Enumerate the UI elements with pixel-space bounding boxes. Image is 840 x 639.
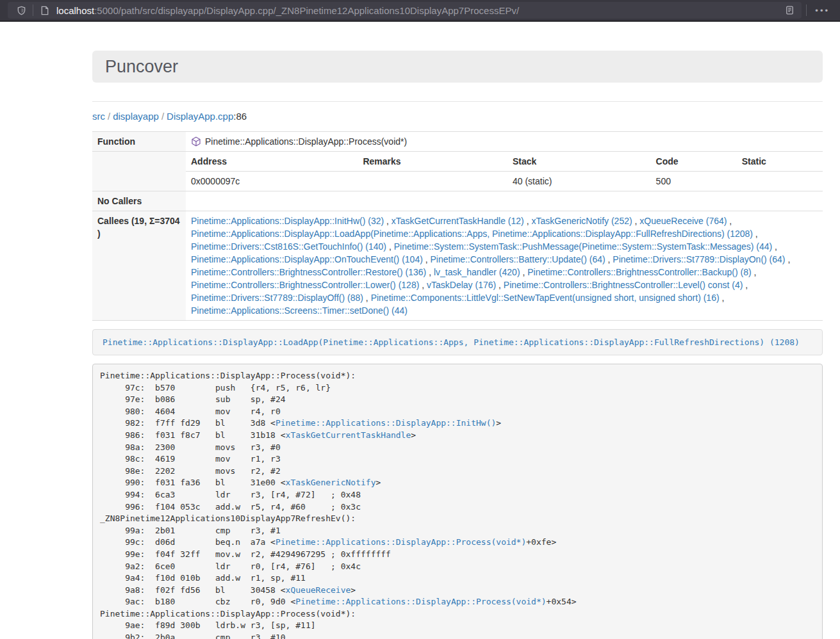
function-row: Function Pinetime::Applications::Display… bbox=[92, 132, 823, 152]
callee-separator: , bbox=[727, 216, 732, 226]
highlighted-callee-panel: Pinetime::Applications::DisplayApp::Load… bbox=[92, 329, 823, 355]
callee-link[interactable]: Pinetime::Components::LittleVgl::SetNewT… bbox=[371, 293, 720, 303]
callee-link[interactable]: Pinetime::Controllers::Battery::Update()… bbox=[431, 254, 605, 264]
code-line: 99e: f04f 32ff mov.w r2, #4294967295 ; 0… bbox=[100, 549, 815, 561]
column-stack: Stack bbox=[507, 152, 651, 172]
symbol-link[interactable]: Pinetime::Applications::DisplayApp::Proc… bbox=[295, 597, 546, 606]
code-line: 9ac: b180 cbz r0, 9d0 <Pinetime::Applica… bbox=[100, 596, 815, 608]
url-host: localhost bbox=[56, 5, 94, 16]
function-table: Function Pinetime::Applications::Display… bbox=[92, 131, 823, 321]
stats-table: Address Remarks Stack Code Static 0x0000… bbox=[186, 152, 823, 191]
code-line: 97c: b570 push {r4, r5, r6, lr} bbox=[100, 382, 815, 394]
breadcrumb-displayapp[interactable]: displayapp bbox=[113, 111, 159, 122]
code-line: 98a: 2300 movs r3, #0 bbox=[100, 442, 815, 454]
url-bar[interactable]: localhost:5000/path/src/displayapp/Displ… bbox=[8, 2, 802, 19]
column-remarks: Remarks bbox=[358, 152, 507, 172]
code-size-value: 500 bbox=[651, 172, 737, 191]
callee-link[interactable]: xQueueReceive (764) bbox=[639, 216, 727, 226]
more-options-icon[interactable]: ••• bbox=[811, 6, 834, 15]
callee-link[interactable]: xTaskGenericNotify (252) bbox=[531, 216, 632, 226]
breadcrumb-file[interactable]: DisplayApp.cpp bbox=[167, 111, 233, 122]
callee-link[interactable]: Pinetime::Applications::DisplayApp::Load… bbox=[191, 229, 753, 239]
code-line: 9b2: 2b0a cmp r3, #10 bbox=[100, 632, 815, 639]
breadcrumb-separator: / bbox=[159, 111, 167, 122]
browser-toolbar: localhost:5000/path/src/displayapp/Displ… bbox=[0, 0, 840, 22]
symbol-link[interactable]: xTaskGenericNotify bbox=[286, 478, 376, 487]
callees-row: Callees (19, Σ=3704 ) Pinetime::Applicat… bbox=[92, 211, 823, 321]
code-line: 986: f031 f8c7 bl 31b18 <xTaskGetCurrent… bbox=[100, 430, 815, 442]
code-line: 99a: 2b01 cmp r3, #1 bbox=[100, 525, 815, 537]
callee-link[interactable]: Pinetime::Controllers::BrightnessControl… bbox=[504, 280, 743, 290]
callee-separator: , bbox=[743, 280, 748, 290]
breadcrumb-src[interactable]: src bbox=[92, 111, 105, 122]
assembly-code: Pinetime::Applications::DisplayApp::Proc… bbox=[92, 364, 823, 639]
breadcrumb-line-number: :86 bbox=[233, 111, 247, 122]
code-line: 982: f7ff fd29 bl 3d8 <Pinetime::Applica… bbox=[100, 417, 815, 430]
package-icon bbox=[191, 136, 201, 147]
reader-mode-icon[interactable] bbox=[782, 3, 796, 17]
callee-link[interactable]: Pinetime::Applications::DisplayApp::Init… bbox=[191, 216, 384, 226]
callee-link[interactable]: Pinetime::Drivers::St7789::DisplayOn() (… bbox=[613, 254, 785, 264]
code-line: 99c: d06d beq.n a7a <Pinetime::Applicati… bbox=[100, 537, 815, 549]
symbol-link[interactable]: Pinetime::Applications::DisplayApp::Init… bbox=[276, 418, 496, 428]
function-label: Function bbox=[92, 132, 186, 152]
remarks-value bbox=[358, 172, 507, 191]
callee-separator: , bbox=[632, 216, 640, 226]
symbol-link[interactable]: xTaskGetCurrentTaskHandle bbox=[286, 430, 411, 440]
code-line: 98e: 2202 movs r2, #2 bbox=[100, 465, 815, 478]
page-icon[interactable] bbox=[38, 3, 52, 17]
column-address: Address bbox=[186, 152, 358, 172]
breadcrumb: src/displayapp/DisplayApp.cpp:86 bbox=[92, 111, 823, 122]
code-line: 97e: b086 sub sp, #24 bbox=[100, 394, 815, 406]
code-line: 9ae: f89d 300b ldrb.w r3, [sp, #11] bbox=[100, 620, 815, 632]
callee-link[interactable]: Pinetime::Applications::DisplayApp::OnTo… bbox=[191, 254, 423, 264]
code-line: 98c: 4619 mov r1, r3 bbox=[100, 453, 815, 465]
url-path: :5000/path/src/displayapp/DisplayApp.cpp… bbox=[94, 5, 519, 16]
code-line: 9a2: 6ce0 ldr r0, [r4, #76] ; 0x4c bbox=[100, 561, 815, 573]
stats-row: Address Remarks Stack Code Static 0x0000… bbox=[92, 152, 823, 191]
callee-link[interactable]: Pinetime::Drivers::Cst816S::GetTouchInfo… bbox=[191, 241, 386, 252]
callee-separator: , bbox=[386, 241, 394, 252]
callee-separator: , bbox=[772, 241, 777, 252]
callee-link[interactable]: Pinetime::Controllers::BrightnessControl… bbox=[527, 267, 751, 277]
code-line: Pinetime::Applications::DisplayApp::Proc… bbox=[100, 370, 815, 382]
callee-link[interactable]: vTaskDelay (176) bbox=[427, 280, 496, 290]
callee-separator: , bbox=[753, 229, 758, 239]
shield-icon[interactable] bbox=[14, 3, 28, 17]
callee-separator: , bbox=[520, 267, 528, 277]
column-static: Static bbox=[737, 152, 823, 172]
callee-separator: , bbox=[720, 293, 725, 303]
breadcrumb-separator: / bbox=[105, 111, 113, 122]
page-title: Puncover bbox=[105, 57, 178, 77]
app-banner: Puncover bbox=[92, 51, 823, 83]
callee-link[interactable]: xTaskGetCurrentTaskHandle (12) bbox=[391, 216, 524, 226]
callee-separator: , bbox=[605, 254, 613, 264]
code-line: 994: 6ca3 ldr r3, [r4, #72] ; 0x48 bbox=[100, 489, 815, 501]
code-line: 996: f104 053c add.w r5, r4, #60 ; 0x3c bbox=[100, 501, 815, 514]
callee-link[interactable]: Pinetime::Drivers::St7789::DisplayOff() … bbox=[191, 293, 363, 303]
code-line: 9a8: f02f fd56 bl 30458 <xQueueReceive> bbox=[100, 585, 815, 597]
symbol-link[interactable]: Pinetime::Applications::DisplayApp::Proc… bbox=[276, 537, 526, 547]
page-content: Puncover src/displayapp/DisplayApp.cpp:8… bbox=[0, 51, 840, 639]
callee-link[interactable]: Pinetime::System::SystemTask::PushMessag… bbox=[394, 241, 773, 252]
callee-link[interactable]: Pinetime::Controllers::BrightnessControl… bbox=[191, 280, 419, 290]
callee-link[interactable]: Pinetime::Controllers::BrightnessControl… bbox=[191, 267, 426, 277]
callee-separator: , bbox=[752, 267, 757, 277]
column-code: Code bbox=[651, 152, 737, 172]
highlighted-callee-link[interactable]: Pinetime::Applications::DisplayApp::Load… bbox=[103, 337, 800, 347]
divider bbox=[92, 101, 823, 102]
callee-separator: , bbox=[363, 293, 371, 303]
code-line: 9a4: f10d 010b add.w r1, sp, #11 bbox=[100, 572, 815, 585]
function-signature: Pinetime::Applications::DisplayApp::Proc… bbox=[205, 135, 407, 148]
code-line: 990: f031 fa36 bl 31e00 <xTaskGenericNot… bbox=[100, 477, 815, 489]
url-text[interactable]: localhost:5000/path/src/displayapp/Displ… bbox=[56, 5, 782, 16]
code-line: 980: 4604 mov r4, r0 bbox=[100, 406, 815, 418]
callee-separator: , bbox=[426, 267, 434, 277]
callees-list: Pinetime::Applications::DisplayApp::Init… bbox=[186, 211, 823, 321]
callers-row: No Callers bbox=[92, 191, 823, 211]
callee-link[interactable]: Pinetime::Applications::Screens::Timer::… bbox=[191, 305, 408, 316]
stack-value: 40 (static) bbox=[507, 172, 651, 191]
symbol-link[interactable]: xQueueReceive bbox=[286, 585, 351, 595]
callee-separator: , bbox=[423, 254, 431, 264]
callee-link[interactable]: lv_task_handler (420) bbox=[434, 267, 520, 277]
